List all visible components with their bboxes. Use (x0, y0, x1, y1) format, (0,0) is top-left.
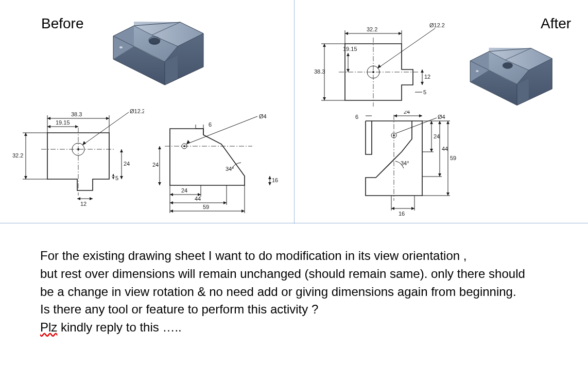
q-plz: Plz (40, 320, 57, 334)
after-iso (461, 36, 564, 118)
horizontal-divider (0, 223, 588, 223)
dim-a1915: 19.15 (343, 46, 357, 52)
dim-a383: 38.3 (314, 68, 325, 75)
svg-line-23 (186, 116, 257, 144)
before-label: Before (41, 15, 84, 32)
dim-dia: Ø12.2 (130, 108, 144, 114)
dim-a5: 5 (423, 89, 426, 95)
dim-383: 38.3 (71, 111, 82, 117)
dim-a16: 16 (399, 211, 405, 217)
dim-ad4: Ø4 (438, 114, 445, 120)
dim-ah44: 44 (442, 146, 448, 152)
after-side-view: 6 24 Ø4 24 44 59 34° 16 (335, 111, 469, 224)
dim-aang: 34° (401, 160, 409, 166)
q-line3: be a change in view rotation & no need a… (40, 283, 550, 301)
before-top-view: 38.3 19.15 32.2 Ø12.2 5 24 12 (10, 108, 144, 216)
dim-w59: 59 (203, 204, 209, 210)
svg-line-55 (396, 118, 437, 133)
after-label: After (541, 15, 571, 32)
dim-d4: Ø4 (259, 113, 267, 119)
dim-5: 5 (115, 175, 118, 181)
vertical-divider (294, 0, 295, 224)
dim-a322: 32.2 (367, 26, 377, 32)
q-line1: For the existing drawing sheet I want to… (40, 247, 550, 265)
dim-12: 12 (80, 201, 87, 207)
dim-adia: Ø12.2 (429, 23, 445, 28)
dim-ang: 34° (226, 166, 234, 172)
svg-point-2 (119, 46, 123, 48)
svg-line-16 (82, 112, 129, 145)
question-text: For the existing drawing sheet I want to… (40, 247, 550, 337)
dim-24l: 24 (152, 162, 159, 168)
dim-w44: 44 (195, 196, 201, 202)
svg-point-39 (372, 71, 374, 73)
dim-1915: 19.15 (56, 119, 70, 126)
dim-w24: 24 (181, 187, 187, 194)
q-line5: Plz kindly reply to this ….. (40, 319, 550, 337)
svg-point-3 (503, 62, 513, 69)
before-side-view: Ø4 6 24 34° 16 24 44 59 (149, 113, 283, 216)
svg-point-4 (476, 70, 478, 72)
q-line2: but rest over dimensions will remain unc… (40, 265, 550, 283)
dim-16: 16 (272, 177, 278, 183)
dim-322: 32.2 (12, 152, 23, 159)
dim-6: 6 (209, 121, 212, 128)
dim-a12: 12 (424, 74, 430, 80)
q-line4: Is there any tool or feature to perform … (40, 301, 550, 319)
after-top-view: 32.2 Ø12.2 38.3 19.15 12 5 (314, 23, 448, 116)
dim-aw24: 24 (404, 111, 410, 115)
dim-a6: 6 (355, 114, 358, 120)
dim-24v: 24 (124, 161, 130, 167)
dim-ah24: 24 (434, 133, 440, 139)
svg-line-43 (377, 28, 435, 68)
q-rest: kindly reply to this ….. (57, 320, 181, 334)
svg-point-8 (77, 148, 79, 150)
before-iso (103, 10, 216, 98)
dim-ah59: 59 (450, 155, 456, 161)
diagram-panel: Before After (0, 0, 588, 224)
